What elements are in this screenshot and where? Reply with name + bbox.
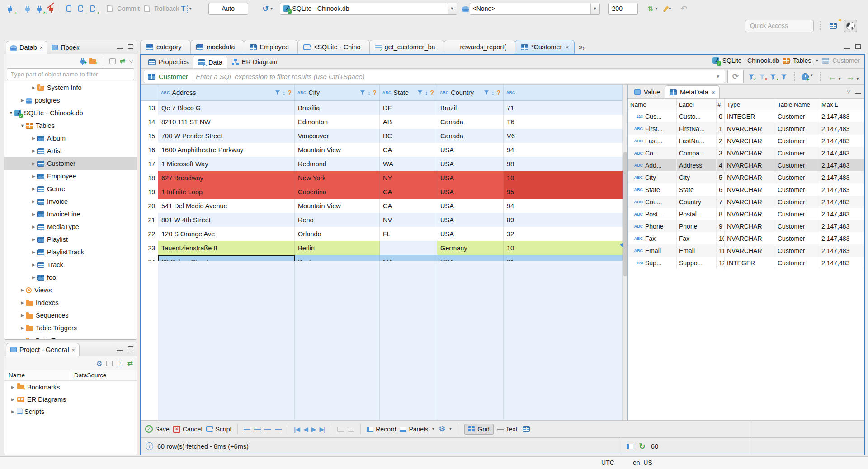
meta-cell-name[interactable]: ABCAdd... [628, 159, 677, 171]
meta-cell-label[interactable]: Country [677, 196, 717, 208]
grid-cell-postal[interactable]: 89 [504, 213, 623, 227]
table-row[interactable]: ABCCo... Compa... 3 NVARCHAR Customer 2,… [628, 147, 864, 159]
transaction-log-icon[interactable]: T▼ [181, 3, 192, 14]
expander-icon[interactable] [30, 237, 37, 242]
commit-icon[interactable] [104, 3, 115, 14]
grid-cell-city[interactable]: Edmonton [295, 115, 380, 129]
meta-cell-ordinal[interactable]: 7 [717, 196, 725, 208]
meta-cell-max[interactable]: 2,147,483 [819, 110, 864, 122]
meta-cell-type[interactable]: NVARCHAR [725, 135, 775, 147]
meta-cell-label[interactable]: FirstNa... [677, 122, 717, 135]
quick-access-input[interactable]: Quick Access [745, 20, 814, 32]
row-number-header[interactable] [141, 85, 158, 100]
fetch-size-input[interactable]: 200 [608, 3, 638, 15]
table-row[interactable]: ABCFirst... FirstNa... 1 NVARCHAR Custom… [628, 122, 864, 135]
meta-cell-type[interactable]: NVARCHAR [725, 232, 775, 244]
save-filter-icon[interactable]: ▪ [770, 74, 776, 80]
custom-filter-icon[interactable] [781, 74, 787, 80]
meta-cell-type[interactable]: NVARCHAR [725, 220, 775, 232]
meta-cell-table[interactable]: Customer [775, 122, 819, 135]
meta-cell-name[interactable]: ABCLast... [628, 135, 677, 147]
maximize-icon[interactable] [128, 346, 133, 351]
grid-cell-city[interactable]: Mountain View [295, 143, 380, 157]
grid-cell-address[interactable]: 1 Infinite Loop [158, 185, 295, 199]
meta-cell-label[interactable]: LastNa... [677, 135, 717, 147]
meta-cell-name[interactable]: ABCCo... [628, 147, 677, 159]
tab-value[interactable]: Value [630, 85, 665, 98]
next-row-button[interactable]: ▶ [311, 426, 316, 433]
close-icon[interactable]: × [712, 89, 715, 95]
tree-item[interactable]: foo [4, 271, 137, 284]
panel-icon[interactable] [627, 444, 633, 449]
meta-cell-max[interactable]: 2,147,483 [819, 147, 864, 159]
row-number-cell[interactable]: 17 [141, 157, 158, 171]
tree-item[interactable]: Artist [4, 145, 137, 157]
grid-cell-city[interactable]: Berlin [295, 241, 380, 255]
grid-cell-address[interactable]: Qe 7 Bloco G [158, 101, 295, 115]
meta-cell-max[interactable]: 2,147,483 [819, 208, 864, 220]
editor-tab[interactable]: get_customer_ba [369, 40, 444, 54]
grid-cell-country[interactable]: USA [437, 227, 504, 241]
grid-cell-state[interactable]: CA [380, 143, 437, 157]
expander-icon[interactable] [9, 385, 16, 389]
expander-icon[interactable] [30, 275, 37, 280]
scrollbar-thumb[interactable] [623, 152, 627, 276]
expander-icon[interactable] [9, 397, 16, 402]
row-number-cell[interactable]: 18 [141, 171, 158, 185]
fetch-all-icon[interactable] [254, 427, 261, 431]
grid-cell-country[interactable]: USA [437, 143, 504, 157]
tree-item[interactable]: Tables [4, 119, 137, 132]
grid-cell-country[interactable]: USA [437, 213, 504, 227]
grid-cell-state[interactable]: BC [380, 129, 437, 143]
table-view-icon[interactable] [523, 426, 530, 432]
meta-cell-ordinal[interactable]: 10 [717, 232, 725, 244]
expander-icon[interactable] [19, 326, 26, 330]
apply-filter-icon[interactable]: ✓ [748, 74, 755, 80]
tab-metadata[interactable]: MetaData × [665, 85, 720, 98]
grid-cell-address[interactable]: Tauentzienstraße 8 [158, 241, 295, 255]
meta-cell-table[interactable]: Customer [775, 244, 819, 257]
meta-cell-label[interactable]: Custo... [677, 110, 717, 122]
object-filter-input[interactable]: Type part of object name to filter [7, 68, 134, 80]
grid-cell-address[interactable]: 1600 Amphitheatre Parkway [158, 143, 295, 157]
grid-cell-country[interactable]: Germany [437, 241, 504, 255]
grid-cell-city[interactable]: Redmond [295, 157, 380, 171]
script-button[interactable]: Script [206, 426, 232, 433]
column-header-country[interactable]: ABC Country ↕? [437, 85, 504, 100]
table-row[interactable]: ABCEmail Email 11 NVARCHAR Customer 2,14… [628, 244, 864, 257]
meta-cell-name[interactable]: ABCPhone [628, 220, 677, 232]
table-row[interactable]: ABCPhone Phone 9 NVARCHAR Customer 2,147… [628, 220, 864, 232]
link-with-editor-icon[interactable]: ⇄ [120, 57, 126, 65]
meta-cell-label[interactable]: Suppo... [677, 257, 717, 269]
tree-item[interactable]: Album [4, 132, 137, 145]
meta-cell-name[interactable]: ABCFirst... [628, 122, 677, 135]
meta-cell-label[interactable]: Compa... [677, 147, 717, 159]
tab-er-diagram[interactable]: ER Diagram [227, 56, 282, 68]
editor-tab[interactable]: Employee [244, 40, 298, 54]
gear-icon[interactable]: ⚙ [96, 360, 102, 367]
minimize-icon[interactable] [117, 349, 123, 351]
meta-cell-max[interactable]: 2,147,483 [819, 196, 864, 208]
expand-all-icon[interactable]: + [117, 361, 123, 366]
meta-cell-label[interactable]: Fax [677, 232, 717, 244]
help-icon[interactable]: ? [496, 89, 500, 96]
grid-cell-address[interactable]: 627 Broadway [158, 171, 295, 185]
column-label[interactable]: Label [677, 99, 717, 110]
tree-item[interactable]: Playlist [4, 233, 137, 246]
grid-cell-address[interactable]: 700 W Pender Street [158, 129, 295, 143]
tab-overflow-button[interactable]: »5 [579, 43, 585, 54]
grid-cell-state[interactable]: DF [380, 101, 437, 115]
table-row[interactable]: ABCCity City 5 NVARCHAR Customer 2,147,4… [628, 171, 864, 183]
column-table-name[interactable]: Table Name [775, 99, 819, 110]
tree-item[interactable]: postgres [4, 94, 137, 107]
fetch-row-count-icon[interactable] [275, 427, 282, 431]
fetch-next-icon[interactable] [264, 427, 271, 431]
editor-tab[interactable]: category [140, 40, 191, 54]
previous-row-button[interactable]: ◀ [303, 426, 308, 433]
collapse-all-icon[interactable]: − [109, 58, 116, 64]
row-number-cell[interactable]: 23 [141, 241, 158, 255]
expander-icon[interactable] [19, 313, 26, 318]
grid-cell-city[interactable]: Reno [295, 213, 380, 227]
close-icon[interactable]: × [40, 45, 43, 51]
tree-item[interactable]: Data Types [4, 334, 137, 339]
